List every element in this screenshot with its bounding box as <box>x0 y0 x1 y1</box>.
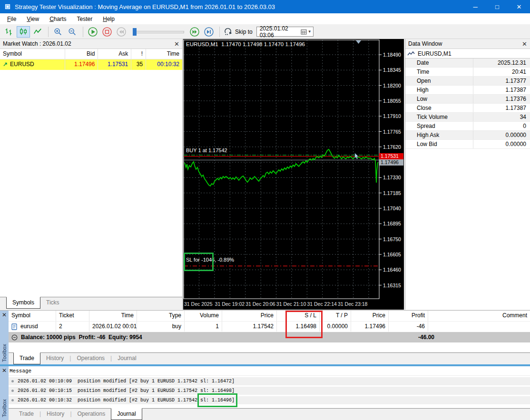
tab-operations[interactable]: Operations <box>72 409 111 419</box>
slider-track[interactable] <box>133 31 184 33</box>
data-row-low: Low1.17376 <box>405 95 530 104</box>
tab-trade[interactable]: Trade <box>13 352 40 364</box>
close-button[interactable]: ✕ <box>508 0 530 13</box>
line-series-icon <box>407 51 415 57</box>
journal-row[interactable]: 2026.01.02 00:10:15 position modified [#… <box>9 387 530 395</box>
calendar-icon[interactable] <box>301 29 307 35</box>
journal-message-header[interactable]: Message <box>9 366 530 376</box>
price-tick: 1.17185 <box>383 190 403 196</box>
trade-panel-tabs: Trade History | Operations | Journal <box>9 352 530 364</box>
slider-handle[interactable] <box>133 28 137 36</box>
trade-sl: 1.16498 <box>277 322 320 332</box>
tab-operations[interactable]: Operations <box>71 353 110 363</box>
rewind-button[interactable] <box>115 26 128 38</box>
balance-row[interactable]: Balance: 10000 pips Profit: -46 Equity: … <box>9 332 530 342</box>
market-watch-close-icon[interactable]: ✕ <box>174 41 179 47</box>
row-label: Open <box>405 77 473 85</box>
journal-row[interactable]: 2026.01.02 00:10:09 position modified [#… <box>9 377 530 385</box>
price-tick: 1.16460 <box>383 267 403 273</box>
menu-help[interactable]: Help <box>98 14 120 24</box>
menu-tester[interactable]: Tester <box>72 14 98 24</box>
fast-forward-icon <box>189 27 200 37</box>
stop-button[interactable] <box>100 26 114 38</box>
zoom-out-button[interactable] <box>66 26 79 38</box>
market-watch-header: Symbol Bid Ask ! Time <box>0 49 182 59</box>
col-profit[interactable]: Profit <box>389 311 428 321</box>
candlestick-button[interactable] <box>17 26 30 38</box>
col-type[interactable]: Type <box>137 311 185 321</box>
price-chart[interactable] <box>183 39 404 310</box>
data-row-low-bid: Low Bid0.00000 <box>405 140 530 149</box>
tab-ticks[interactable]: Ticks <box>40 297 65 308</box>
play-button[interactable] <box>86 26 99 38</box>
price-tick: 1.18345 <box>383 67 403 73</box>
price-tick: 1.16750 <box>383 236 403 242</box>
tab-history[interactable]: History <box>41 409 70 419</box>
row-value: 1.17376 <box>473 95 530 103</box>
col-sl[interactable]: S / L <box>277 311 320 321</box>
menu-view[interactable]: View <box>21 14 44 24</box>
time-tick: 31 Dec 19:02 <box>215 301 245 307</box>
balance-summary: Balance: 10000 pips Profit: -46 Equity: … <box>21 332 142 342</box>
tab-journal[interactable]: Journal <box>112 353 142 363</box>
fast-forward-button[interactable] <box>188 26 201 38</box>
col-tp[interactable]: T / P <box>320 311 351 321</box>
menu-file[interactable]: File <box>2 14 21 24</box>
col-price[interactable]: Price <box>222 311 277 321</box>
col-time[interactable]: Time <box>89 311 137 321</box>
window-title: Strategy Tester Visualization : Moving A… <box>15 3 275 10</box>
balance-profit: -46.00 <box>358 332 434 342</box>
skip-to-icon <box>224 28 233 36</box>
skip-to-end-button[interactable] <box>202 26 216 38</box>
row-label: Tick Volume <box>405 113 473 121</box>
time-tick: 31 Dec 23:18 <box>338 301 367 307</box>
column-time[interactable]: Time <box>146 49 182 59</box>
column-bid[interactable]: Bid <box>65 49 98 59</box>
bar-chart-button[interactable] <box>2 26 16 38</box>
column-alert[interactable]: ! <box>131 49 146 59</box>
journal-time: 2026.01.02 00:10:15 <box>18 387 72 395</box>
menu-bar: File View Charts Tester Help <box>0 13 530 25</box>
symbol-name: EURUSD <box>10 61 34 68</box>
speed-slider[interactable] <box>133 28 184 36</box>
journal-panel-tabs: Trade | History | Operations Journal <box>9 408 530 420</box>
data-row-time: Time20:41 <box>405 68 530 77</box>
col-price-current[interactable]: Price <box>351 311 389 321</box>
chart-panel[interactable]: EURUSD,M1 1.17470 1.17498 1.17470 1.1749… <box>183 39 404 310</box>
journal-time: 2026.01.02 00:10:32 <box>18 396 72 404</box>
zoom-in-button[interactable] <box>51 26 65 38</box>
tab-symbols[interactable]: Symbols <box>6 297 40 309</box>
tab-trade[interactable]: Trade <box>13 409 39 419</box>
col-volume[interactable]: Volume <box>185 311 222 321</box>
data-row-close: Close1.17387 <box>405 104 530 113</box>
row-value: 0.00000 <box>473 140 530 148</box>
col-comment[interactable]: Comment <box>428 311 530 321</box>
order-icon <box>11 323 17 330</box>
col-symbol[interactable]: Symbol <box>9 311 56 321</box>
column-symbol[interactable]: Symbol <box>0 49 65 59</box>
tab-journal[interactable]: Journal <box>111 408 142 420</box>
toolbox-label: Toolbox <box>1 344 7 362</box>
row-value: 2025.12.31 <box>473 59 530 67</box>
journal-row[interactable]: 2026.01.02 00:10:32 position modified [#… <box>9 396 530 404</box>
price-tick: 1.18490 <box>383 52 403 58</box>
maximize-button[interactable]: □ <box>486 0 508 13</box>
line-chart-button[interactable] <box>31 26 44 38</box>
data-window-close-icon[interactable]: ✕ <box>522 41 527 47</box>
col-ticket[interactable]: Ticket <box>56 311 89 321</box>
collapse-minus-icon[interactable] <box>11 334 18 341</box>
column-ask[interactable]: Ask <box>98 49 131 59</box>
market-watch-row-eurusd[interactable]: ↗EURUSD 1.17496 1.17531 35 00:10:32 <box>0 59 182 70</box>
zoom-in-icon <box>53 27 63 37</box>
trade-row[interactable]: eurusd 2 2026.01.02 00:01:12 buy 1 1.175… <box>9 321 530 332</box>
trade-panel-close-icon[interactable]: ✕ <box>2 311 7 318</box>
date-dropdown-arrow[interactable]: ▼ <box>308 29 312 34</box>
tab-history[interactable]: History <box>40 353 69 363</box>
skip-to-date-field[interactable]: 2025.01.02 03:06 ▼ <box>256 27 314 37</box>
journal-panel-close-icon[interactable]: ✕ <box>2 366 7 374</box>
bid-price-badge: 1.17496 <box>379 159 403 166</box>
menu-charts[interactable]: Charts <box>44 14 71 24</box>
row-value: 20:41 <box>473 68 530 76</box>
skip-to-date-value[interactable]: 2025.01.02 03:06 <box>260 25 301 39</box>
minimize-button[interactable]: ─ <box>464 0 486 13</box>
